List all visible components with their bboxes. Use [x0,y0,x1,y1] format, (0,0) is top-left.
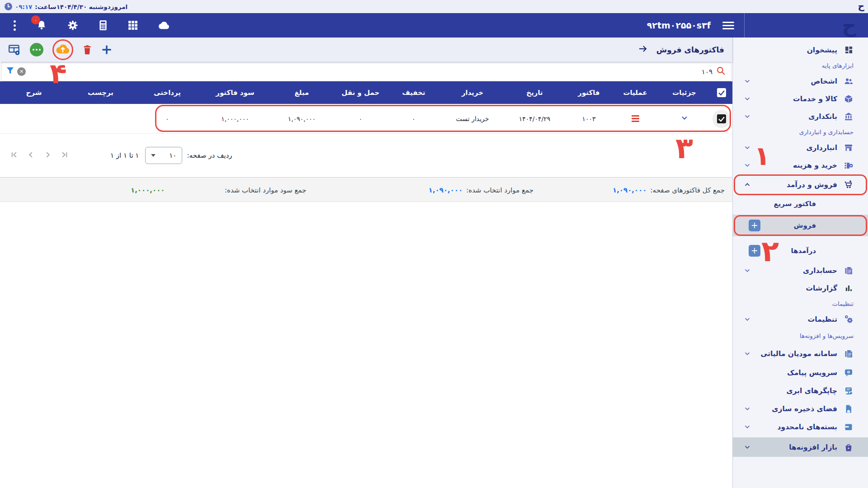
cloud-upload-icon[interactable] [55,43,71,56]
first-page-icon[interactable] [10,150,19,161]
search-bar: ✕ [1,62,731,81]
rows-per-page-select[interactable]: ۱۰ [145,147,182,164]
cloud-printer-icon [843,386,854,395]
filter-funnel-icon[interactable] [6,66,14,77]
chevron-down-icon [743,423,752,431]
page-toolbar: فاکتورهای فروش [0,38,732,62]
table-settings-icon[interactable] [8,44,21,56]
sidebar-item-purchase-expense[interactable]: خرید و هزینه [733,156,868,174]
calculator-icon[interactable] [98,20,108,31]
selected-profit-label: جمع سود موارد انتخاب شده: [225,178,306,202]
sms-icon [843,368,854,377]
settings-gears-icon [843,314,854,324]
row-shipping: ۰ [335,115,387,122]
page-total-sum: جمع کل فاکتورهای صفحه: ۱,۰۹۰,۰۰۰ [613,178,725,202]
rows-per-page-label: ردیف در صفحه: [187,151,232,160]
sidebar-item-accounting[interactable]: حسابداری [733,262,868,279]
sidebar-item-cloud-printers[interactable]: چاپگرهای ابری [733,382,868,400]
cloud-sync-icon[interactable] [158,20,170,30]
header-divider [744,13,745,38]
business-name[interactable]: ۹۲tm۰۲۵۵۰s۳f [647,20,711,30]
table-header-row: جزئیات عملیات فاکتور تاریخ خریدار تخفیف … [0,81,732,104]
sidebar-item-storage-space[interactable]: فضای ذخیره سازی [733,400,868,418]
app-header: ح ۹۲tm۰۲۵۵۰s۳f ۰ [0,13,868,38]
chevron-down-icon [743,113,752,120]
delete-trash-icon[interactable] [82,44,92,55]
sidebar-item-addons-market[interactable]: بازار افزونه‌ها [733,437,868,457]
addons-bag-icon [843,443,854,452]
col-header-amount[interactable]: مبلغ [269,89,335,97]
col-header-paid[interactable]: پرداختی [133,89,201,97]
add-plus-icon[interactable] [101,44,112,55]
caret-down-icon [151,154,156,157]
sidebar-subitem-sales[interactable]: فروش + [733,215,868,236]
sidebar-item-products-services[interactable]: کالا و خدمات [733,90,868,108]
chevron-down-icon [743,267,752,274]
back-arrow-icon[interactable] [637,43,648,56]
add-sale-plus-button[interactable]: + [749,220,760,231]
col-header-details[interactable]: جزئیات [658,89,711,97]
search-input[interactable] [640,68,712,76]
sidebar-section-accounting-warehousing: حسابداری و انبارداری [733,125,868,139]
purchase-icon [843,161,854,170]
clear-filter-icon[interactable]: ✕ [17,67,26,76]
sidebar-item-sms-service[interactable]: سرویس پیامک [733,364,868,382]
row-details-chevron-icon[interactable] [680,114,689,123]
col-header-invoice[interactable]: فاکتور [565,89,613,97]
sidebar-nav: پیشخوان ابزارهای پایه اشخاص کالا و خدمات… [732,38,868,488]
sidebar-section-services-addons: سرویس‌ها و افزونه‌ها [733,328,868,343]
chevron-down-icon [743,350,752,357]
tax-doc-icon [843,349,854,358]
col-header-shipping[interactable]: حمل و نقل [335,89,387,97]
sidebar-item-dashboard[interactable]: پیشخوان [733,41,868,59]
col-header-operations[interactable]: عملیات [613,89,658,97]
notifications-bell-icon[interactable]: ۰ [36,19,47,31]
col-header-description[interactable]: شرح [0,89,68,97]
sidebar-section-basic-tools: ابزارهای پایه [733,59,868,72]
more-options-icon[interactable] [30,43,43,56]
last-page-icon[interactable] [60,150,69,161]
select-all-checkbox[interactable] [717,88,726,97]
chevron-down-icon [743,162,752,169]
sidebar-item-reports[interactable]: گزارشات [733,279,868,297]
sidebar-item-unlimited-packages[interactable]: بسته‌های نامحدود [733,418,868,436]
sidebar-toggle-icon[interactable] [722,22,734,29]
next-page-icon[interactable] [43,150,52,161]
page-title: فاکتورهای فروش [656,45,724,54]
chevron-down-icon [743,405,752,413]
sidebar-item-warehousing[interactable]: انبارداری [733,139,868,156]
row-checkbox[interactable] [717,114,726,123]
col-header-date[interactable]: تاریخ [504,89,565,97]
selected-profit-value: ۱,۰۰۰,۰۰۰ [131,178,165,202]
row-paid: ۰ [133,115,201,122]
selected-total-label: جمع موارد انتخاب شده: [466,186,533,194]
apps-grid-icon[interactable] [128,20,138,30]
sidebar-subitem-quick-invoice[interactable]: فاکتور سریع [733,196,868,211]
search-icon[interactable] [716,66,726,77]
row-amount: ۱,۰۹۰,۰۰۰ [269,115,335,122]
col-header-label[interactable]: برچسب [68,89,133,97]
sidebar-subitem-incomes[interactable]: درآمدها + [733,240,868,262]
settings-gear-icon[interactable] [67,20,78,31]
row-operations-menu-icon[interactable] [632,115,639,122]
page-total-label: جمع کل فاکتورهای صفحه: [651,186,725,194]
col-header-profit[interactable]: سود فاکتور [201,89,269,97]
add-income-plus-button[interactable]: + [749,245,760,257]
col-header-discount[interactable]: تخفیف [387,89,441,97]
pagination-bar: ردیف در صفحه: ۱۰ ۱ تا ۱ از ۱ [0,134,732,177]
table-row: ۱۰۰۳ ۱۴۰۴/۰۴/۲۹ خریدار تست ۰ ۰ ۱,۰۹۰,۰۰۰… [0,104,732,134]
sidebar-item-label: پیشخوان [752,46,837,54]
row-buyer-link[interactable]: خریدار تست [441,115,504,122]
clock-icon [5,3,12,10]
sidebar-item-settings[interactable]: تنظیمات [733,310,868,328]
col-header-buyer[interactable]: خریدار [441,89,504,97]
sidebar-item-sales-income[interactable]: فروش و درآمد [733,174,868,196]
sidebar-item-people[interactable]: اشخاص [733,72,868,90]
product-box-icon [843,94,854,103]
sidebar-item-banking[interactable]: بانکداری [733,108,868,125]
kebab-menu-icon[interactable] [14,20,16,31]
unlimited-package-icon [843,422,854,432]
prev-page-icon[interactable] [27,150,35,161]
sidebar-item-tax-system[interactable]: سامانه مودیان مالیاتی [733,343,868,364]
row-invoice-number[interactable]: ۱۰۰۳ [565,115,613,122]
